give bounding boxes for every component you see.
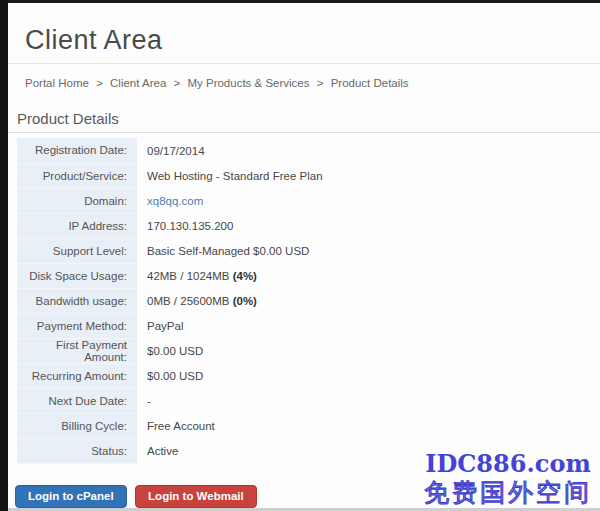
table-row-next-due-date: Next Due Date: - (17, 388, 567, 413)
row-label: Recurring Amount: (17, 363, 137, 388)
table-row-bandwidth-usage: Bandwidth usage: 0MB / 25600MB (0%) (17, 288, 567, 313)
section-divider (8, 132, 600, 133)
row-value: xq8qq.com (137, 188, 567, 213)
disk-space-percent: (4%) (233, 270, 257, 282)
table-row-domain: Domain: xq8qq.com (17, 188, 567, 213)
status-value: Active (147, 445, 178, 457)
domain-link[interactable]: xq8qq.com (147, 195, 203, 207)
payment-method-value: PayPal (147, 320, 183, 332)
row-label: First Payment Amount: (17, 338, 137, 363)
row-value: Web Hosting - Standard Free Plan (137, 163, 567, 188)
billing-cycle-value: Free Account (147, 420, 215, 432)
row-value: $0.00 USD (137, 338, 567, 363)
row-label: Payment Method: (17, 313, 137, 338)
row-label: Domain: (17, 188, 137, 213)
row-label: Support Level: (17, 238, 137, 263)
table-row-status: Status: Active (17, 438, 567, 463)
page-title: Client Area (25, 24, 600, 56)
next-due-date-value: - (147, 395, 151, 407)
row-label: IP Address: (17, 213, 137, 238)
row-value: - (137, 388, 567, 413)
header-divider (8, 63, 600, 64)
table-row-support-level: Support Level: Basic Self-Managed $0.00 … (17, 238, 567, 263)
disk-space-value: 42MB / 1024MB (147, 270, 233, 282)
login-to-webmail-button[interactable]: Login to Webmail (135, 485, 257, 508)
breadcrumb-item-client-area[interactable]: Client Area (110, 77, 166, 89)
product-service-value: Web Hosting - Standard Free Plan (147, 170, 323, 182)
row-value: 0MB / 25600MB (0%) (137, 288, 567, 313)
breadcrumb-separator: > (174, 77, 181, 89)
row-value: $0.00 USD (137, 363, 567, 388)
row-value: Free Account (137, 413, 567, 438)
breadcrumb-item-my-products-services[interactable]: My Products & Services (187, 77, 309, 89)
registration-date-value: 09/17/2014 (147, 145, 205, 157)
row-value: Active (137, 438, 567, 463)
row-label: Billing Cycle: (17, 413, 137, 438)
row-value: Basic Self-Managed $0.00 USD (137, 238, 567, 263)
table-row-disk-space-usage: Disk Space Usage: 42MB / 1024MB (4%) (17, 263, 567, 288)
row-label: Bandwidth usage: (17, 288, 137, 313)
action-buttons: Login to cPanel Login to Webmail (15, 485, 600, 508)
first-payment-amount-value: $0.00 USD (147, 345, 203, 357)
recurring-amount-value: $0.00 USD (147, 370, 203, 382)
row-label: Product/Service: (17, 163, 137, 188)
section-title: Product Details (17, 110, 600, 128)
table-row-registration-date: Registration Date: 09/17/2014 (17, 138, 567, 163)
table-row-ip-address: IP Address: 170.130.135.200 (17, 213, 567, 238)
breadcrumb-separator: > (96, 77, 103, 89)
bandwidth-value: 0MB / 25600MB (147, 295, 233, 307)
breadcrumb-separator: > (317, 77, 324, 89)
row-value: 170.130.135.200 (137, 213, 567, 238)
table-row-first-payment-amount: First Payment Amount: $0.00 USD (17, 338, 567, 363)
row-label: Next Due Date: (17, 388, 137, 413)
table-row-recurring-amount: Recurring Amount: $0.00 USD (17, 363, 567, 388)
row-value: 09/17/2014 (137, 138, 567, 163)
product-details-table: Registration Date: 09/17/2014 Product/Se… (17, 138, 567, 464)
left-border (0, 0, 8, 511)
row-value: 42MB / 1024MB (4%) (137, 263, 567, 288)
login-to-cpanel-button[interactable]: Login to cPanel (15, 485, 127, 508)
breadcrumb: Portal Home > Client Area > My Products … (25, 77, 600, 89)
table-row-payment-method: Payment Method: PayPal (17, 313, 567, 338)
breadcrumb-item-product-details[interactable]: Product Details (331, 77, 409, 89)
table-row-billing-cycle: Billing Cycle: Free Account (17, 413, 567, 438)
row-value: PayPal (137, 313, 567, 338)
bandwidth-percent: (0%) (233, 295, 257, 307)
client-area-page: Client Area Portal Home > Client Area > … (8, 0, 600, 508)
row-label: Registration Date: (17, 138, 137, 163)
row-label: Disk Space Usage: (17, 263, 137, 288)
breadcrumb-item-portal-home[interactable]: Portal Home (25, 77, 89, 89)
support-level-value: Basic Self-Managed $0.00 USD (147, 245, 309, 257)
ip-address-value: 170.130.135.200 (147, 220, 233, 232)
row-label: Status: (17, 438, 137, 463)
table-row-product-service: Product/Service: Web Hosting - Standard … (17, 163, 567, 188)
